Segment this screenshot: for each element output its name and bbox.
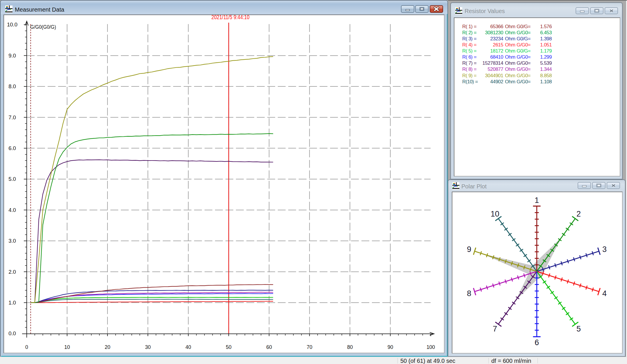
svg-text:6.0: 6.0 bbox=[8, 145, 16, 151]
svg-text:2: 2 bbox=[576, 210, 581, 218]
svg-text:90: 90 bbox=[388, 344, 393, 350]
svg-text:5: 5 bbox=[576, 325, 581, 333]
svg-text:9: 9 bbox=[467, 245, 471, 254]
svg-text:4.0: 4.0 bbox=[8, 207, 16, 213]
svg-text:3: 3 bbox=[602, 245, 607, 254]
svg-text:50: 50 bbox=[226, 344, 232, 350]
svg-text:10: 10 bbox=[490, 210, 499, 218]
svg-text:10: 10 bbox=[64, 344, 70, 350]
svg-text:0: 0 bbox=[25, 344, 28, 350]
svg-text:7: 7 bbox=[493, 325, 497, 333]
svg-text:2.0: 2.0 bbox=[8, 269, 16, 275]
svg-text:40: 40 bbox=[185, 344, 191, 350]
svg-text:60: 60 bbox=[266, 344, 272, 350]
svg-text:100: 100 bbox=[427, 344, 435, 350]
svg-text:70: 70 bbox=[307, 344, 313, 350]
svg-text:1: 1 bbox=[535, 196, 539, 205]
svg-text:80: 80 bbox=[347, 344, 353, 350]
svg-text:3.0: 3.0 bbox=[8, 238, 16, 244]
svg-text:8: 8 bbox=[467, 289, 471, 298]
svg-text:4: 4 bbox=[602, 289, 607, 298]
svg-text:6: 6 bbox=[535, 338, 539, 347]
svg-text:5.0: 5.0 bbox=[8, 176, 16, 182]
svg-text:7.0: 7.0 bbox=[8, 114, 16, 120]
svg-text:1.0: 1.0 bbox=[8, 300, 16, 306]
svg-text:30: 30 bbox=[145, 344, 151, 350]
svg-text:0.0: 0.0 bbox=[8, 330, 16, 336]
svg-text:20: 20 bbox=[105, 344, 110, 350]
svg-text:2021/11/5 9:44:10: 2021/11/5 9:44:10 bbox=[212, 14, 250, 20]
